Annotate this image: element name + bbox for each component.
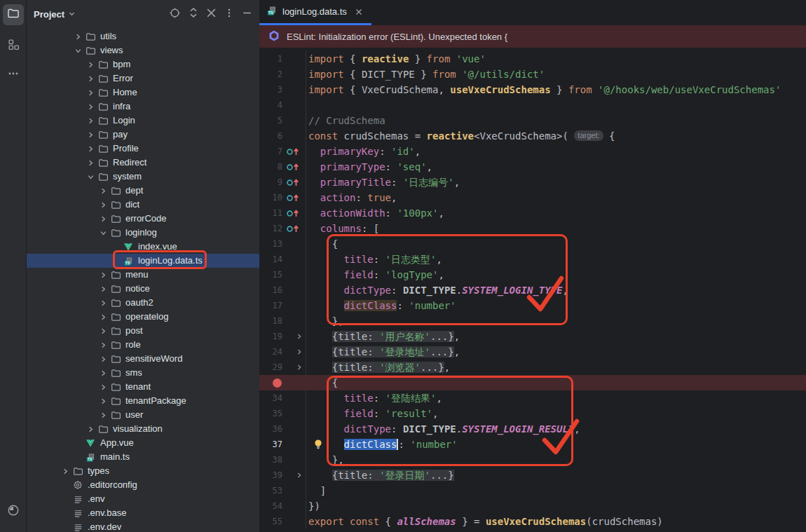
tree-item-system[interactable]: system — [27, 170, 259, 184]
code-line-2[interactable]: 2import { DICT_TYPE } from '@/utils/dict… — [259, 67, 806, 82]
gutter-line-number[interactable]: 11 — [259, 205, 285, 221]
code-line-16[interactable]: 16 dictType: DICT_TYPE.SYSTEM_LOGIN_TYPE… — [259, 282, 806, 298]
overridden-property-icon[interactable] — [286, 209, 300, 218]
tree-item-post[interactable]: post — [27, 324, 259, 338]
tree-item-home[interactable]: Home — [27, 86, 259, 100]
chevron-right-icon[interactable] — [97, 285, 109, 293]
chevron-right-icon[interactable] — [60, 468, 71, 475]
code-line-29[interactable]: 29 {title: '浏览器'...}, — [259, 360, 806, 375]
code-line-34[interactable]: 34 title: '登陆结果', — [259, 390, 806, 406]
tree-item-errorcode[interactable]: errorCode — [27, 212, 259, 226]
gutter-line-number[interactable]: 39 — [259, 468, 285, 483]
code-line-7[interactable]: 7 primaryKey: 'id', — [259, 144, 806, 159]
tree-item-notice[interactable]: notice — [27, 282, 259, 296]
chevron-down-icon[interactable] — [72, 47, 84, 55]
gutter-line-number[interactable]: 9 — [259, 175, 285, 190]
chevron-right-icon[interactable] — [97, 355, 109, 363]
more-tools-button[interactable] — [3, 64, 24, 86]
code-line-55[interactable]: 55export const { allSchemas } = useVxeCr… — [259, 514, 806, 529]
gutter-line-number[interactable]: 24 — [259, 344, 285, 360]
chevron-right-icon[interactable] — [85, 159, 97, 167]
tree-item-loginlog-data-ts[interactable]: TSloginLog.data.ts — [27, 254, 259, 268]
chevron-right-icon[interactable] — [97, 201, 109, 209]
code-line-8[interactable]: 8 primaryType: 'seq', — [259, 159, 806, 175]
fold-expand-icon[interactable] — [296, 364, 303, 371]
tree-item-operatelog[interactable]: operatelog — [27, 310, 259, 324]
gutter-line-number[interactable]: 10 — [259, 190, 285, 205]
code-line-1[interactable]: 1import { reactive } from 'vue' — [259, 51, 806, 67]
history-button[interactable] — [3, 501, 24, 522]
tree-item-login[interactable]: Login — [27, 114, 259, 128]
gutter-line-number[interactable]: 54 — [259, 498, 285, 514]
editor-tab-loginlog-data-ts[interactable]: TS loginLog.data.ts — [259, 0, 371, 25]
overridden-property-icon[interactable] — [286, 147, 300, 156]
overridden-property-icon[interactable] — [286, 163, 300, 172]
gutter-line-number[interactable]: 34 — [259, 390, 285, 406]
gutter-line-number[interactable] — [259, 375, 285, 390]
overridden-property-icon[interactable] — [286, 178, 300, 187]
gutter-line-number[interactable]: 14 — [259, 252, 285, 267]
code-line-53[interactable]: 53 ] — [259, 483, 806, 498]
chevron-right-icon[interactable] — [97, 341, 109, 349]
code-line-39[interactable]: 39 {title: '登录日期'...} — [259, 468, 806, 483]
tree-item-user[interactable]: user — [27, 408, 259, 422]
chevron-right-icon[interactable] — [97, 215, 109, 223]
code-line-11[interactable]: 11 actionWidth: '100px', — [259, 205, 806, 221]
code-line-14[interactable]: 14 title: '日志类型', — [259, 252, 806, 267]
chevron-right-icon[interactable] — [97, 271, 109, 279]
structure-tool-button[interactable] — [3, 35, 24, 56]
chevron-right-icon[interactable] — [97, 383, 109, 391]
tree-item-types[interactable]: types — [27, 464, 259, 478]
gutter-line-number[interactable]: 2 — [259, 67, 285, 82]
hide-panel-icon[interactable] — [242, 8, 252, 21]
select-opened-file-icon[interactable] — [169, 7, 181, 22]
gutter-line-number[interactable]: 5 — [259, 113, 285, 128]
gutter-line-number[interactable]: 13 — [259, 236, 285, 252]
tree-item-main-ts[interactable]: TSmain.ts — [27, 450, 259, 464]
code-line-4[interactable]: 4 — [259, 97, 806, 113]
chevron-right-icon[interactable] — [97, 397, 109, 405]
tree-item-dept[interactable]: dept — [27, 184, 259, 198]
gutter-line-number[interactable]: 16 — [259, 282, 285, 298]
project-tool-button[interactable] — [3, 4, 24, 25]
code-line-5[interactable]: 5// CrudSchema — [259, 113, 806, 128]
tree-item-index-vue[interactable]: index.vue — [27, 240, 259, 254]
tree-item-sms[interactable]: sms — [27, 366, 259, 380]
code-line-24[interactable]: 24 {title: '登录地址'...}, — [259, 344, 806, 360]
code-line-3[interactable]: 3import { VxeCrudSchema, useVxeCrudSchem… — [259, 82, 806, 97]
tree-item-redirect[interactable]: Redirect — [27, 156, 259, 170]
expand-all-icon[interactable] — [189, 7, 198, 21]
gutter-line-number[interactable]: 3 — [259, 82, 285, 97]
code-line-54[interactable]: 54}) — [259, 498, 806, 514]
tree-item-infra[interactable]: infra — [27, 100, 259, 114]
tree-item-utils[interactable]: utils — [27, 29, 259, 43]
tree-item-error[interactable]: Error — [27, 71, 259, 86]
collapse-all-icon[interactable] — [206, 8, 217, 21]
gutter-line-number[interactable]: 12 — [259, 221, 285, 236]
tree-item-role[interactable]: role — [27, 338, 259, 352]
breakpoint-icon[interactable] — [273, 378, 282, 388]
tree-item-profile[interactable]: Profile — [27, 142, 259, 156]
code-line-12[interactable]: 12 columns: [ — [259, 221, 806, 236]
code-line-9[interactable]: 9 primaryTitle: '日志编号', — [259, 175, 806, 190]
tree-item-visualization[interactable]: visualization — [27, 422, 259, 436]
chevron-right-icon[interactable] — [85, 103, 97, 111]
fold-expand-icon[interactable] — [296, 348, 303, 355]
tab-close-icon[interactable] — [355, 8, 363, 16]
chevron-down-icon[interactable] — [97, 229, 109, 237]
code-line-10[interactable]: 10 action: true, — [259, 190, 806, 205]
gutter-line-number[interactable]: 36 — [259, 421, 285, 437]
tree-item-oauth2[interactable]: oauth2 — [27, 296, 259, 310]
code-line-15[interactable]: 15 field: 'logType', — [259, 267, 806, 282]
panel-title[interactable]: Project — [34, 9, 64, 20]
code-line-36[interactable]: 36 dictType: DICT_TYPE.SYSTEM_LOGIN_RESU… — [259, 421, 806, 437]
options-icon[interactable] — [224, 8, 234, 21]
code-line-6[interactable]: 6const crudSchemas = reactive<VxeCrudSch… — [259, 128, 806, 144]
gutter-line-number[interactable]: 18 — [259, 313, 285, 329]
chevron-right-icon[interactable] — [85, 61, 97, 69]
tree-item-sensitiveword[interactable]: sensitiveWord — [27, 352, 259, 366]
tree-item--env-dev[interactable]: .env.dev — [27, 520, 259, 532]
chevron-right-icon[interactable] — [85, 145, 97, 153]
tree-item--env-base[interactable]: .env.base — [27, 506, 259, 520]
fold-expand-icon[interactable] — [296, 472, 303, 479]
